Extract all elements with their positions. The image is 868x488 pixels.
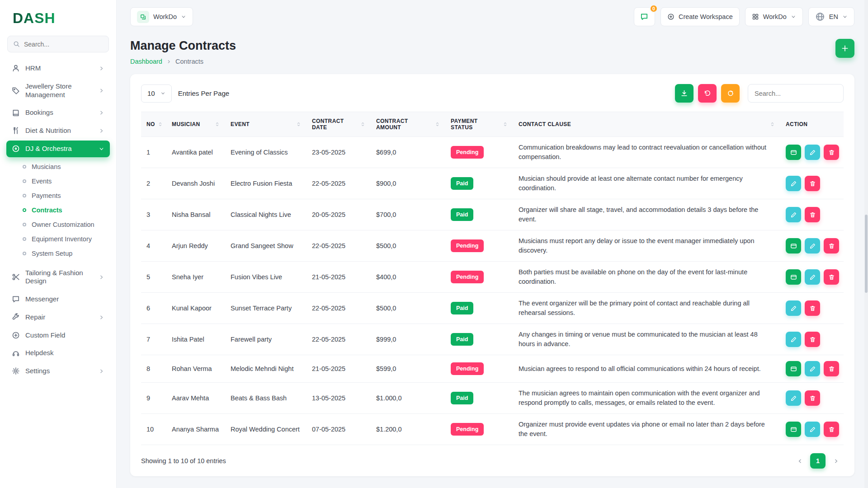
edit-button[interactable] <box>805 361 820 376</box>
next-page-button[interactable] <box>828 453 844 469</box>
sidebar-item-repair[interactable]: Repair <box>6 309 110 326</box>
sidebar-search-input[interactable] <box>24 41 103 48</box>
delete-button[interactable] <box>805 300 820 316</box>
refresh-button[interactable] <box>721 84 740 103</box>
chevron-right-icon <box>99 66 104 71</box>
pencil-icon <box>790 305 797 312</box>
sidebar-subitem-label: Owner Customization <box>32 221 94 228</box>
page-scrollbar[interactable] <box>864 0 868 488</box>
cell-contract-amount: $1.200,0 <box>371 414 445 445</box>
cell-contact-clause: Musicians must report any delay or issue… <box>513 230 780 262</box>
cell-contract-date: 20-05-2025 <box>307 199 371 230</box>
column-header-musician[interactable]: MUSICIAN <box>166 112 225 137</box>
delete-button[interactable] <box>824 422 839 437</box>
delete-button[interactable] <box>824 238 839 253</box>
sidebar-subitem-payments[interactable]: Payments <box>0 188 116 203</box>
language-dropdown[interactable]: EN <box>808 7 854 26</box>
delete-button[interactable] <box>805 332 820 347</box>
column-header-contract-amount[interactable]: CONTRACT AMOUNT <box>371 112 445 137</box>
sidebar-item-custom-field[interactable]: Custom Field <box>6 327 110 344</box>
edit-button[interactable] <box>786 332 801 347</box>
delete-button[interactable] <box>805 390 820 406</box>
plus-circle-icon <box>12 331 20 339</box>
sidebar-item-jewellery-store-management[interactable]: Jewellery Store Management <box>6 78 110 103</box>
cell-musician: Ananya Sharma <box>166 414 225 445</box>
delete-button[interactable] <box>824 145 839 160</box>
table-search-input[interactable] <box>755 90 837 97</box>
delete-button[interactable] <box>824 269 839 285</box>
export-button[interactable] <box>675 84 693 103</box>
entries-per-page-select[interactable]: 10 <box>141 84 172 103</box>
pay-button[interactable] <box>786 238 801 253</box>
credit-card-icon <box>790 366 797 372</box>
sidebar-subitem-events[interactable]: Events <box>0 174 116 188</box>
plus-circle-icon <box>667 13 675 20</box>
page-title: Manage Contracts <box>130 39 236 53</box>
column-header-payment-status[interactable]: PAYMENT STATUS <box>445 112 513 137</box>
workspace-switcher[interactable]: WorkDo <box>130 7 193 26</box>
cell-payment-status: Pending <box>445 355 513 383</box>
previous-page-button[interactable] <box>792 453 807 469</box>
breadcrumb-dashboard-link[interactable]: Dashboard <box>130 58 162 65</box>
gear-icon <box>12 367 20 375</box>
edit-button[interactable] <box>805 145 820 160</box>
pencil-icon <box>790 395 797 402</box>
pay-button[interactable] <box>786 361 801 376</box>
edit-button[interactable] <box>805 269 820 285</box>
sidebar-search[interactable] <box>7 36 109 52</box>
page-1-button[interactable]: 1 <box>810 453 826 469</box>
grid-icon <box>752 13 759 20</box>
breadcrumb-separator-icon <box>166 59 171 64</box>
sidebar-item-hrm[interactable]: HRM <box>6 60 110 77</box>
create-workspace-button[interactable]: Create Workspace <box>660 7 740 26</box>
pay-button[interactable] <box>786 422 801 437</box>
edit-button[interactable] <box>786 207 801 222</box>
sidebar-item-dj-orchestra[interactable]: DJ & Orchestra <box>6 141 110 157</box>
delete-button[interactable] <box>805 176 820 191</box>
messages-button[interactable]: 0 <box>634 7 655 26</box>
sidebar-item-helpdesk[interactable]: Helpdesk <box>6 345 110 361</box>
cell-actions <box>780 168 844 199</box>
column-label: EVENT <box>231 121 250 127</box>
payment-status-badge: Paid <box>451 302 473 314</box>
edit-button[interactable] <box>786 176 801 191</box>
column-header-no[interactable]: NO <box>141 112 166 137</box>
cell-event: Melodic Mehndi Night <box>225 355 307 383</box>
edit-button[interactable] <box>805 422 820 437</box>
sidebar-subitem-owner-customization[interactable]: Owner Customization <box>0 217 116 232</box>
sidebar-subitem-contracts[interactable]: Contracts <box>0 203 116 217</box>
sidebar-item-messenger[interactable]: Messenger <box>6 291 110 308</box>
sidebar-item-tailoring-fashion-design[interactable]: Tailoring & Fashion Design <box>6 265 110 290</box>
pay-button[interactable] <box>786 269 801 285</box>
trash-icon <box>828 366 835 372</box>
sidebar-subitem-equipment-inventory[interactable]: Equipment Inventory <box>0 232 116 246</box>
column-header-event[interactable]: EVENT <box>225 112 307 137</box>
pay-button[interactable] <box>786 145 801 160</box>
cell-no: 7 <box>141 324 166 355</box>
apps-dropdown[interactable]: WorkDo <box>745 7 803 26</box>
sidebar-item-bookings[interactable]: Bookings <box>6 104 110 121</box>
sidebar-item-label: Tailoring & Fashion Design <box>25 269 93 286</box>
cell-payment-status: Paid <box>445 168 513 199</box>
sidebar-item-settings[interactable]: Settings <box>6 363 110 380</box>
edit-button[interactable] <box>805 238 820 253</box>
edit-button[interactable] <box>786 300 801 316</box>
column-header-contact-clause[interactable]: CONTACT CLAUSE <box>513 112 780 137</box>
scrollbar-thumb[interactable] <box>865 215 868 293</box>
table-search[interactable] <box>748 84 844 103</box>
undo-button[interactable] <box>698 84 717 103</box>
pencil-icon <box>809 366 816 372</box>
sidebar-item-diet-nutrition[interactable]: Diet & Nutrition <box>6 122 110 139</box>
delete-button[interactable] <box>824 361 839 376</box>
add-contract-button[interactable] <box>835 39 854 58</box>
delete-button[interactable] <box>805 207 820 222</box>
payment-status-badge: Pending <box>451 239 484 252</box>
bullet-icon <box>23 237 26 241</box>
sidebar-subitem-musicians[interactable]: Musicians <box>0 160 116 174</box>
sidebar-subitem-system-setup[interactable]: System Setup <box>0 246 116 261</box>
pencil-icon <box>809 243 816 249</box>
column-header-contract-date[interactable]: CONTRACT DATE <box>307 112 371 137</box>
pencil-icon <box>809 274 816 281</box>
cell-contract-amount: $700,0 <box>371 199 445 230</box>
edit-button[interactable] <box>786 390 801 406</box>
